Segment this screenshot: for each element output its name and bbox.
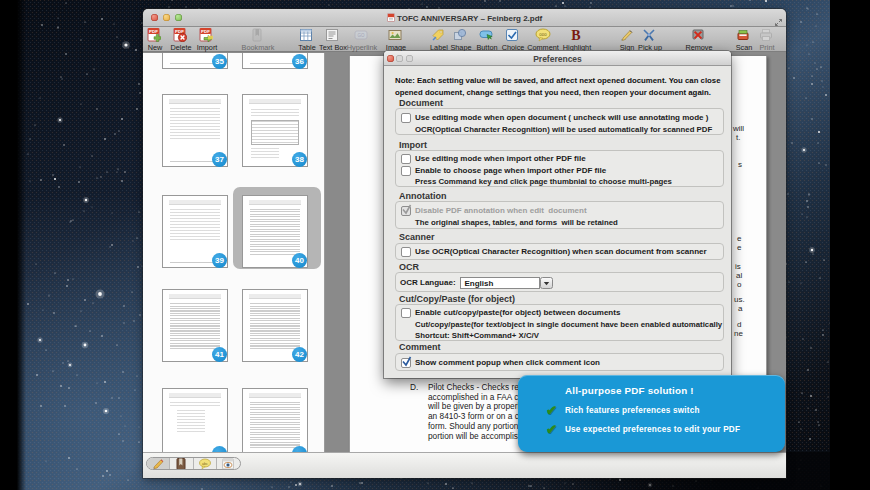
svg-text:abc: abc: [202, 462, 208, 466]
svg-text:B: B: [571, 28, 580, 42]
svg-text:ooo: ooo: [539, 32, 547, 37]
svg-text:GO: GO: [357, 33, 365, 38]
svg-text:PDF: PDF: [149, 29, 158, 34]
svg-text:PDF: PDF: [201, 29, 210, 34]
